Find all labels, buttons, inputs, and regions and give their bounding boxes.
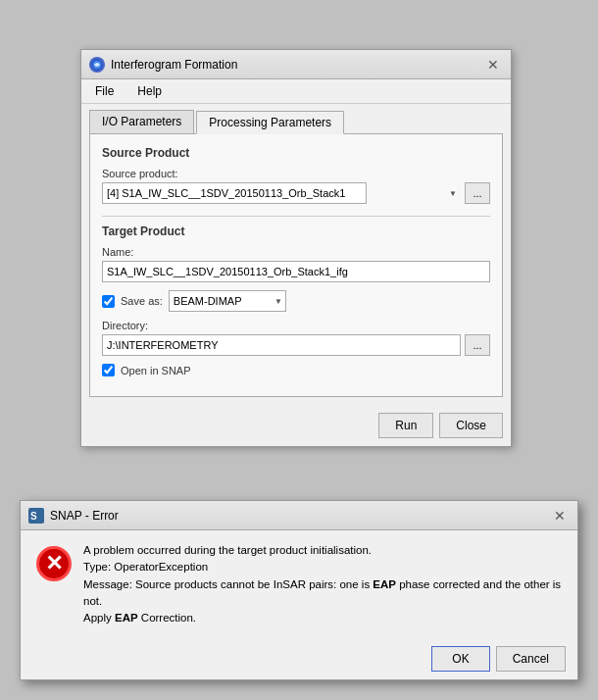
error-title-bar: S SNAP - Error ✕: [21, 501, 577, 530]
button-bar: Run Close: [81, 405, 511, 446]
source-product-label: Source product:: [102, 168, 490, 179]
tab-io-parameters[interactable]: I/O Parameters: [89, 110, 194, 133]
ok-button[interactable]: OK: [431, 646, 489, 672]
main-dialog: Interferogram Formation ✕ File Help I/O …: [80, 49, 512, 447]
error-close-button[interactable]: ✕: [550, 506, 570, 525]
source-product-section-title: Source Product: [102, 146, 490, 160]
error-line-2: Type: OperatorException: [83, 559, 562, 575]
error-button-bar: OK Cancel: [21, 638, 577, 679]
tab-processing-parameters[interactable]: Processing Parameters: [196, 111, 344, 134]
cancel-button[interactable]: Cancel: [496, 646, 566, 672]
run-button[interactable]: Run: [378, 413, 433, 438]
close-button[interactable]: Close: [439, 413, 503, 438]
error-title-left: S SNAP - Error: [28, 508, 119, 524]
title-bar: Interferogram Formation ✕: [81, 50, 511, 79]
save-as-row: Save as: BEAM-DIMAP GeoTIFF NetCDF: [102, 290, 490, 312]
window-close-button[interactable]: ✕: [483, 55, 503, 75]
error-icon: ✕: [36, 546, 72, 581]
error-line-4: Apply EAP Correction.: [83, 610, 562, 626]
tabs-container: I/O Parameters Processing Parameters: [81, 104, 511, 133]
menu-bar: File Help: [81, 79, 511, 104]
save-as-label: Save as:: [121, 295, 163, 307]
error-dialog: S SNAP - Error ✕ ✕ A problem occurred du…: [20, 500, 578, 680]
directory-browse-button[interactable]: ...: [465, 334, 490, 356]
target-product-section-title: Target Product: [102, 225, 490, 238]
source-product-select-wrapper: [4] S1A_IW_SLC__1SDV_20150113_Orb_Stack1: [102, 182, 461, 204]
snap-logo-icon: S: [28, 508, 44, 524]
open-in-snap-label: Open in SNAP: [121, 365, 191, 376]
save-as-checkbox[interactable]: [102, 295, 115, 308]
window-title: Interferogram Formation: [111, 58, 237, 72]
format-select-wrapper: BEAM-DIMAP GeoTIFF NetCDF: [169, 290, 286, 312]
name-input[interactable]: [102, 261, 490, 282]
directory-row: ...: [102, 334, 490, 356]
format-select[interactable]: BEAM-DIMAP GeoTIFF NetCDF: [169, 290, 286, 312]
open-in-snap-row: Open in SNAP: [102, 364, 490, 376]
error-line-1: A problem occurred during the target pro…: [83, 542, 562, 559]
svg-text:S: S: [30, 511, 37, 522]
source-product-browse-button[interactable]: ...: [465, 182, 490, 204]
content-area: Source Product Source product: [4] S1A_I…: [89, 133, 503, 397]
app-icon: [89, 57, 105, 73]
error-dialog-title: SNAP - Error: [50, 509, 119, 523]
directory-label: Directory:: [102, 320, 490, 331]
source-product-select[interactable]: [4] S1A_IW_SLC__1SDV_20150113_Orb_Stack1: [102, 182, 367, 204]
menu-file[interactable]: File: [89, 82, 120, 100]
error-line-3: Message: Source products cannot be InSAR…: [83, 576, 562, 611]
name-label: Name:: [102, 246, 490, 258]
title-bar-left: Interferogram Formation: [89, 57, 237, 73]
open-in-snap-checkbox[interactable]: [102, 364, 115, 376]
error-content: ✕ A problem occurred during the target p…: [21, 530, 577, 638]
source-product-row: [4] S1A_IW_SLC__1SDV_20150113_Orb_Stack1…: [102, 182, 490, 204]
menu-help[interactable]: Help: [131, 82, 168, 100]
divider-1: [102, 216, 490, 217]
directory-input[interactable]: [102, 334, 461, 356]
error-message-text: A problem occurred during the target pro…: [83, 542, 562, 626]
